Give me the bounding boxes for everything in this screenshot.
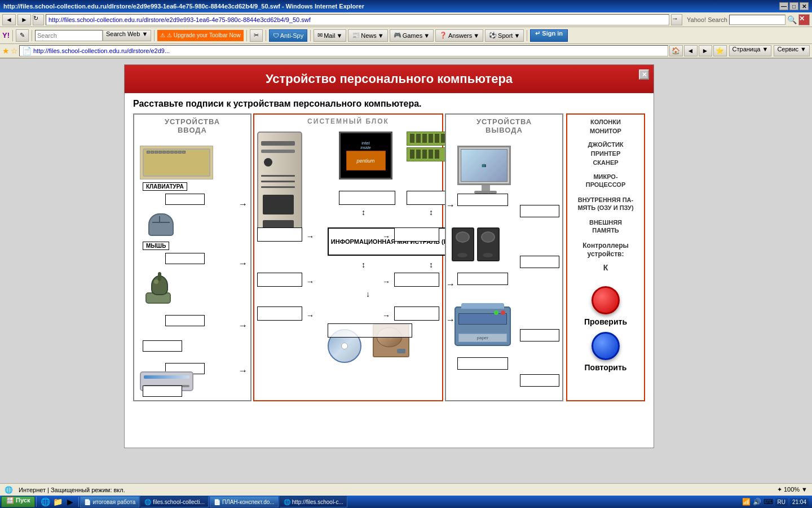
status-security-icon: 🌐 <box>5 486 13 494</box>
title-bar-buttons: — □ ✕ <box>779 2 809 10</box>
sport-icon: ⚽ <box>489 32 497 39</box>
taskbar-item-2-label: files.school-collecti... <box>153 499 205 505</box>
sign-in-button[interactable]: ↵ Sign in <box>530 29 568 42</box>
pencil-button[interactable]: ✎ <box>16 29 29 42</box>
status-text: Интернет | Защищенный режим: вкл. <box>19 487 125 493</box>
bm-home-button[interactable]: 🏠 <box>669 45 683 56</box>
toolbar-separator-1 <box>12 30 13 41</box>
joystick-slot[interactable] <box>165 315 205 326</box>
mouse-slot[interactable] <box>165 253 205 264</box>
scissors-button[interactable]: ✂ <box>250 29 263 42</box>
flash-body: Расставьте подписи к устройствам персона… <box>125 93 654 407</box>
sidebar-label-joystick: ДЖОЙСТИК <box>570 140 641 149</box>
search-web-button[interactable]: Search Web ▼ <box>103 30 151 41</box>
sidebar-spacer-2 <box>570 167 641 172</box>
language-button[interactable]: RU <box>775 498 788 506</box>
tray-kb-icon[interactable]: ⌨ <box>764 498 773 506</box>
minimize-button[interactable]: — <box>779 2 788 10</box>
go-button[interactable]: → <box>671 14 682 25</box>
mouse-label: МЫШЬ <box>143 242 169 250</box>
center-right-slot-3[interactable] <box>394 306 439 321</box>
folder-quick-icon[interactable]: 📁 <box>52 496 63 507</box>
bookmarks-add-icon[interactable]: ☆ <box>11 46 18 55</box>
toolbar: Y! ✎ Search Web ▼ ⚠ ⚠ Upgrade your Toolb… <box>0 27 812 44</box>
answers-button[interactable]: ❓ Answers ▼ <box>435 29 483 42</box>
mail-button[interactable]: ✉ Mail ▼ <box>314 29 346 42</box>
check-button[interactable] <box>592 286 620 314</box>
speakers-slot[interactable] <box>457 273 508 285</box>
cpu-slot[interactable] <box>339 191 395 205</box>
center-right-slot-2[interactable] <box>394 273 439 287</box>
repeat-button[interactable] <box>592 332 620 360</box>
tray-network-icon[interactable]: 📶 <box>742 498 751 506</box>
storage-slot[interactable] <box>328 323 412 338</box>
flash-title: Устройство персонального компьютера ✕ <box>125 65 654 93</box>
news-button[interactable]: 📰 News ▼ <box>348 29 387 42</box>
bookmarks-address: 📄 http://files.school-collection.edu.ru/… <box>19 45 668 56</box>
yahoo-search-input[interactable] <box>729 15 785 25</box>
sidebar-label-cpu: МИКРО-ПРОЦЕССОР <box>570 172 641 190</box>
games-button[interactable]: 🎮 Games ▼ <box>390 29 434 42</box>
lang-label: RU <box>778 499 785 505</box>
center-right-slot-1[interactable] <box>394 227 439 242</box>
output-panel-title: УСТРОЙСТВАВЫВОДА <box>446 115 562 137</box>
upgrade-toolbar-button[interactable]: ⚠ ⚠ Upgrade your Toolbar Now <box>157 30 243 41</box>
monitor-slot[interactable] <box>457 194 508 206</box>
forward-button[interactable]: ► <box>17 14 31 25</box>
sport-button[interactable]: ⚽ Sport ▼ <box>485 29 524 42</box>
output-right-slot-1[interactable] <box>520 205 559 217</box>
start-button[interactable]: 🪟 Пуск <box>1 496 35 507</box>
refresh-button[interactable]: ↻ <box>33 14 44 25</box>
page-menu-button[interactable]: Страница ▼ <box>729 45 772 56</box>
addr-x-button[interactable]: ✕ <box>798 14 810 25</box>
taskbar-item-1[interactable]: 📄 итоговая работа <box>80 496 139 507</box>
bookmarks-right: 🏠 ◄ ► ⭐ Страница ▼ Сервис ▼ <box>669 45 810 56</box>
antispy-label: Anti-Spy <box>280 32 304 39</box>
service-menu-button[interactable]: Сервис ▼ <box>774 45 810 56</box>
sport-label: Sport <box>498 32 513 39</box>
status-bar: 🌐 Интернет | Защищенный режим: вкл. ✦ 10… <box>0 483 812 496</box>
center-left-slot-1[interactable] <box>257 227 302 242</box>
answers-icon: ❓ <box>439 32 447 39</box>
speakers-image <box>452 227 508 267</box>
output-right-slot-3[interactable] <box>520 329 559 341</box>
media-quick-icon[interactable]: ▶ <box>64 496 76 507</box>
games-arrow: ▼ <box>423 32 430 39</box>
search-input[interactable] <box>35 30 103 41</box>
arrow-keyboard: → <box>239 199 248 209</box>
bm-fav-button[interactable]: ⭐ <box>713 45 727 56</box>
output-right-slot-4[interactable] <box>520 374 559 387</box>
arrow-center-right-2: → <box>382 277 390 286</box>
toolbar-separator-3 <box>154 30 155 41</box>
output-right-slot-2[interactable] <box>520 256 559 268</box>
taskbar-item-2[interactable]: 🌐 files.school-collecti... <box>140 496 209 507</box>
bm-back-button[interactable]: ◄ <box>684 45 698 56</box>
maximize-button[interactable]: □ <box>789 2 798 10</box>
window-close-button[interactable]: ✕ <box>800 2 809 10</box>
center-left-slot-3[interactable] <box>257 306 302 321</box>
arrow-to-speakers: → <box>446 279 455 290</box>
printer-slot[interactable] <box>457 357 508 370</box>
back-button[interactable]: ◄ <box>2 14 16 25</box>
arrow-to-storage: ↓ <box>366 290 370 299</box>
antispybutton[interactable]: 🛡 Anti-Spy <box>269 29 308 42</box>
arrow-center-left-2: → <box>306 277 314 286</box>
taskbar-item-3[interactable]: 📄 ПЛАН-конспект.do... <box>210 496 279 507</box>
start-label: Пуск <box>16 497 30 503</box>
bookmarks-star-icon[interactable]: ★ <box>2 46 10 55</box>
bookmark-url: http://files.school-collection.edu.ru/dl… <box>33 47 170 54</box>
tray-volume-icon[interactable]: 🔊 <box>753 498 761 506</box>
input-slot-3[interactable] <box>143 386 182 397</box>
yahoo-search-submit[interactable]: 🔍 <box>787 15 797 24</box>
sidebar-label-monitor: МОНИТОР <box>570 126 641 135</box>
keyboard-slot[interactable] <box>165 194 205 205</box>
input-slot-1[interactable] <box>143 340 182 352</box>
zoom-arrow[interactable]: ▼ <box>801 486 807 493</box>
flash-close-button[interactable]: ✕ <box>639 69 649 80</box>
ie-quick-icon[interactable]: 🌐 <box>39 496 51 507</box>
bm-fwd-button[interactable]: ► <box>699 45 712 56</box>
output-devices-panel: УСТРОЙСТВАВЫВОДА 📺 <box>445 113 563 401</box>
address-input[interactable] <box>46 14 669 25</box>
center-left-slot-2[interactable] <box>257 273 302 287</box>
taskbar-item-4[interactable]: 🌐 http://files.school-c... <box>280 496 347 507</box>
